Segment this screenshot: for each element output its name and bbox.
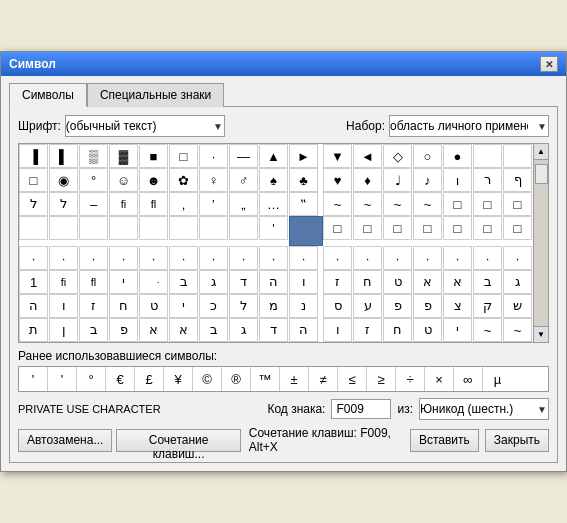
- symbol-cell[interactable]: ♠: [259, 168, 288, 192]
- symbol-cell[interactable]: ~: [353, 192, 382, 216]
- symbol-cell[interactable]: ~: [383, 192, 412, 216]
- symbol-cell[interactable]: י: [109, 270, 138, 294]
- close-button[interactable]: ✕: [540, 56, 558, 72]
- symbol-cell[interactable]: ~: [323, 192, 352, 216]
- recent-cell[interactable]: ™: [251, 367, 280, 391]
- symbol-cell[interactable]: ג: [229, 318, 258, 342]
- symbol-cell[interactable]: ש: [503, 294, 532, 318]
- symbol-cell[interactable]: ב: [199, 318, 228, 342]
- symbol-cell[interactable]: ל: [49, 192, 78, 216]
- symbol-cell[interactable]: ♣: [289, 168, 318, 192]
- symbol-cell[interactable]: □: [503, 216, 532, 240]
- symbol-cell[interactable]: ב: [473, 270, 502, 294]
- symbol-cell[interactable]: [109, 216, 138, 240]
- font-select[interactable]: (обычный текст): [65, 115, 225, 137]
- symbol-cell[interactable]: ▲: [259, 144, 288, 168]
- symbol-cell[interactable]: ·: [259, 246, 288, 270]
- symbol-cell[interactable]: fi: [49, 270, 78, 294]
- symbol-cell[interactable]: נ: [289, 294, 318, 318]
- symbol-cell[interactable]: ♂: [229, 168, 258, 192]
- symbol-cell[interactable]: ·: [199, 246, 228, 270]
- symbol-cell[interactable]: ·: [289, 246, 318, 270]
- symbol-cell[interactable]: י: [169, 294, 198, 318]
- symbol-cell[interactable]: [19, 216, 48, 240]
- symbol-cell[interactable]: א: [139, 318, 168, 342]
- symbol-cell[interactable]: ב: [169, 270, 198, 294]
- symbol-cell[interactable]: ·: [443, 246, 472, 270]
- recent-cell[interactable]: ': [19, 367, 48, 391]
- recent-cell[interactable]: £: [135, 367, 164, 391]
- symbol-cell[interactable]: פ: [109, 318, 138, 342]
- symbol-cell[interactable]: ☻: [139, 168, 168, 192]
- symbol-cell[interactable]: ן: [49, 318, 78, 342]
- symbol-cell[interactable]: ה: [289, 318, 318, 342]
- symbol-cell[interactable]: ב: [79, 318, 108, 342]
- symbol-cell[interactable]: ז: [79, 294, 108, 318]
- symbol-cell[interactable]: ✿: [169, 168, 198, 192]
- symbol-cell[interactable]: ▓: [109, 144, 138, 168]
- hotkey-button[interactable]: Сочетание клавиш...: [116, 429, 240, 452]
- symbol-cell[interactable]: ·: [229, 246, 258, 270]
- symbol-cell[interactable]: ר: [473, 168, 502, 192]
- recent-cell[interactable]: µ: [483, 367, 512, 391]
- symbol-cell[interactable]: ►: [289, 144, 318, 168]
- symbol-cell[interactable]: ה: [19, 294, 48, 318]
- symbol-cell[interactable]: פ: [383, 294, 412, 318]
- symbol-cell[interactable]: ♪: [413, 168, 442, 192]
- symbol-cell[interactable]: ט: [383, 270, 412, 294]
- symbol-cell[interactable]: פ: [413, 294, 442, 318]
- symbol-cell[interactable]: ח: [109, 294, 138, 318]
- symbol-cell-selected[interactable]: [289, 216, 323, 246]
- symbol-cell[interactable]: ד: [229, 270, 258, 294]
- recent-cell[interactable]: ≤: [338, 367, 367, 391]
- symbol-cell[interactable]: ▐: [19, 144, 48, 168]
- symbol-cell[interactable]: א: [413, 270, 442, 294]
- symbol-cell[interactable]: ·: [473, 246, 502, 270]
- tab-special-chars[interactable]: Специальные знаки: [87, 83, 224, 107]
- symbol-cell[interactable]: ל: [229, 294, 258, 318]
- symbol-cell[interactable]: ס: [323, 294, 352, 318]
- subset-select[interactable]: область личного применения: [389, 115, 549, 137]
- symbol-cell[interactable]: [169, 216, 198, 240]
- scrollbar-up-button[interactable]: ▲: [534, 144, 548, 160]
- symbol-cell[interactable]: □: [19, 168, 48, 192]
- symbol-cell[interactable]: □: [443, 192, 472, 216]
- symbol-cell[interactable]: ח: [383, 318, 412, 342]
- symbol-cell[interactable]: [139, 216, 168, 240]
- symbol-cell[interactable]: [229, 216, 258, 240]
- recent-cell[interactable]: €: [106, 367, 135, 391]
- close-dialog-button[interactable]: Закрыть: [485, 429, 549, 452]
- symbol-cell[interactable]: ■: [139, 144, 168, 168]
- symbol-cell[interactable]: ל: [19, 192, 48, 216]
- symbol-cell[interactable]: מ: [259, 294, 288, 318]
- symbol-cell[interactable]: ג: [199, 270, 228, 294]
- recent-cell[interactable]: ®: [222, 367, 251, 391]
- symbol-cell[interactable]: ·: [169, 246, 198, 270]
- symbol-cell[interactable]: ו: [49, 294, 78, 318]
- symbol-cell[interactable]: ♦: [353, 168, 382, 192]
- symbol-cell[interactable]: ▌: [49, 144, 78, 168]
- symbol-cell[interactable]: fi: [109, 192, 138, 216]
- recent-cell[interactable]: ': [48, 367, 77, 391]
- recent-cell[interactable]: ÷: [396, 367, 425, 391]
- symbol-cell[interactable]: ♥: [323, 168, 352, 192]
- symbol-cell[interactable]: ג: [503, 270, 532, 294]
- symbol-cell[interactable]: ·: [109, 246, 138, 270]
- symbol-cell[interactable]: °: [79, 168, 108, 192]
- scrollbar-thumb[interactable]: [535, 164, 548, 184]
- symbol-cell[interactable]: ·: [383, 246, 412, 270]
- symbol-cell[interactable]: ו: [289, 270, 318, 294]
- symbol-cell[interactable]: …: [259, 192, 288, 216]
- symbol-cell[interactable]: ·: [353, 246, 382, 270]
- symbol-cell[interactable]: □: [323, 216, 352, 240]
- symbol-cell[interactable]: ע: [353, 294, 382, 318]
- insert-button[interactable]: Вставить: [410, 429, 479, 452]
- symbol-cell[interactable]: כ: [199, 294, 228, 318]
- symbol-cell[interactable]: ד: [259, 318, 288, 342]
- symbol-cell[interactable]: ק: [473, 294, 502, 318]
- symbol-cell[interactable]: צ: [443, 294, 472, 318]
- symbol-cell[interactable]: ♀: [199, 168, 228, 192]
- symbol-cell[interactable]: ·: [323, 246, 352, 270]
- symbol-cell[interactable]: ·: [413, 246, 442, 270]
- symbol-cell[interactable]: ○: [413, 144, 442, 168]
